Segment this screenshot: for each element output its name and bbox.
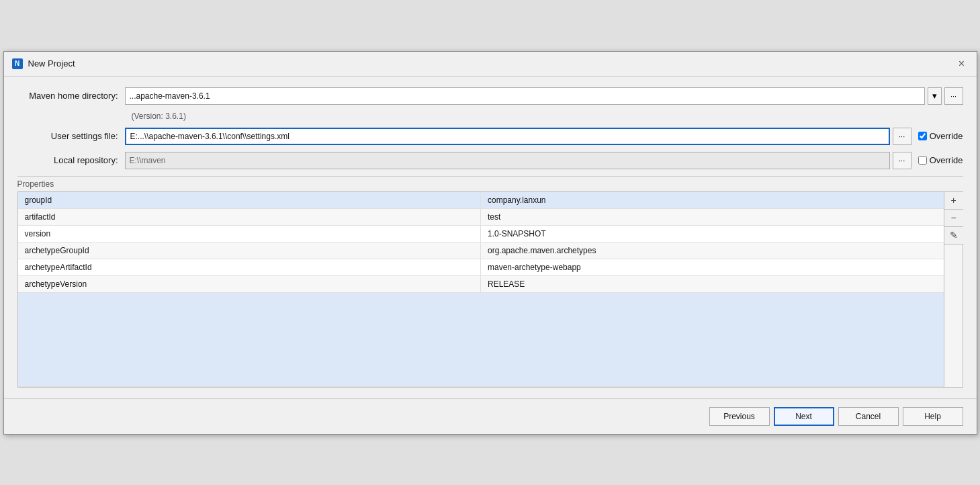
local-repo-override-label: Override: [930, 155, 963, 165]
property-key: archetypeArtifactId: [18, 259, 481, 275]
properties-table: groupId company.lanxun artifactId test v…: [18, 192, 944, 387]
local-repo-field-container: ··· Override: [125, 152, 963, 169]
local-repo-label: Local repository:: [17, 155, 125, 165]
property-key: artifactId: [18, 208, 481, 225]
new-project-dialog: N New Project × Maven home directory: ▾ …: [3, 51, 977, 435]
cancel-button[interactable]: Cancel: [838, 407, 899, 426]
maven-version-text: (Version: 3.6.1): [132, 112, 963, 121]
table-row[interactable]: archetypeVersion RELEASE: [18, 275, 944, 292]
table-row[interactable]: version 1.0-SNAPSHOT: [18, 225, 944, 242]
property-value: 1.0-SNAPSHOT: [481, 225, 944, 242]
properties-section: Properties groupId company.lanxun artifa…: [17, 176, 963, 388]
property-key: archetypeVersion: [18, 275, 481, 292]
user-settings-override-checkbox[interactable]: [918, 132, 927, 140]
remove-property-btn[interactable]: −: [944, 210, 963, 227]
edit-property-btn[interactable]: ✎: [944, 227, 963, 245]
local-repo-browse-btn[interactable]: ···: [893, 152, 911, 169]
maven-home-row: Maven home directory: ▾ ···: [17, 87, 963, 105]
maven-home-field-container: ▾ ···: [125, 87, 963, 105]
next-button[interactable]: Next: [774, 407, 834, 426]
user-settings-row: User settings file: ··· Override: [17, 128, 963, 145]
property-value: maven-archetype-webapp: [481, 259, 944, 275]
maven-home-browse-btn[interactable]: ···: [944, 87, 963, 105]
dialog-title: New Project: [28, 58, 75, 69]
user-settings-field-container: ··· Override: [125, 128, 963, 145]
side-buttons-container: + − ✎: [944, 192, 963, 387]
dialog-content: Maven home directory: ▾ ··· (Version: 3.…: [4, 77, 977, 398]
user-settings-label: User settings file:: [17, 131, 125, 141]
dialog-footer: Previous Next Cancel Help: [4, 398, 977, 434]
properties-section-label: Properties: [17, 176, 963, 189]
title-bar-left: N New Project: [12, 58, 75, 69]
user-settings-input[interactable]: [125, 128, 890, 145]
property-key: groupId: [18, 192, 481, 209]
user-settings-override-container: Override: [918, 131, 963, 141]
table-row[interactable]: archetypeArtifactId maven-archetype-weba…: [18, 259, 944, 275]
table-row[interactable]: artifactId test: [18, 208, 944, 225]
property-value: company.lanxun: [481, 192, 944, 209]
property-value: org.apache.maven.archetypes: [481, 242, 944, 259]
table-row[interactable]: groupId company.lanxun: [18, 192, 944, 209]
table-row[interactable]: archetypeGroupId org.apache.maven.archet…: [18, 242, 944, 259]
previous-button[interactable]: Previous: [709, 407, 770, 426]
title-bar: N New Project ×: [4, 52, 977, 77]
maven-home-dropdown-btn[interactable]: ▾: [928, 87, 942, 105]
property-value: RELEASE: [481, 275, 944, 292]
local-repo-input[interactable]: [125, 152, 890, 169]
local-repo-override-container: Override: [918, 155, 963, 165]
local-repo-row: Local repository: ··· Override: [17, 152, 963, 169]
property-key: archetypeGroupId: [18, 242, 481, 259]
maven-home-input[interactable]: [125, 87, 925, 105]
local-repo-override-checkbox[interactable]: [918, 156, 927, 165]
property-key: version: [18, 225, 481, 242]
close-button[interactable]: ×: [955, 57, 969, 71]
user-settings-override-label: Override: [930, 131, 963, 141]
property-value: test: [481, 208, 944, 225]
maven-home-label: Maven home directory:: [17, 91, 125, 101]
properties-table-container: groupId company.lanxun artifactId test v…: [17, 191, 963, 388]
help-button[interactable]: Help: [903, 407, 963, 426]
add-property-btn[interactable]: +: [944, 192, 963, 210]
user-settings-browse-btn[interactable]: ···: [893, 128, 911, 145]
app-icon: N: [12, 58, 23, 69]
